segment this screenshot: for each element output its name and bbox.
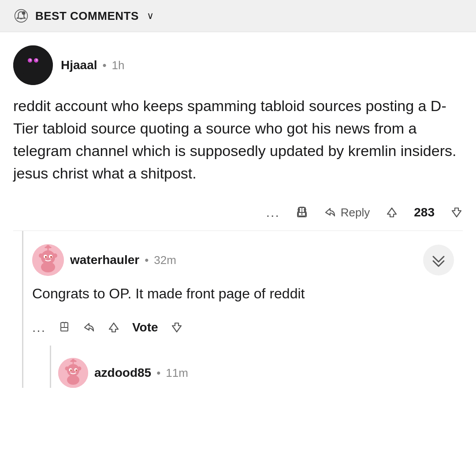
reply-section: waterhauler • 32m Congrats to OP. It mad… — [22, 231, 476, 388]
reply-header: waterhauler • 32m — [32, 244, 463, 276]
comment-time: 1h — [112, 59, 125, 72]
dot-sep: • — [145, 253, 149, 267]
reply-username-time: waterhauler • 32m — [70, 253, 176, 267]
reply-time: 32m — [154, 253, 176, 267]
reply-button[interactable]: Reply — [324, 206, 370, 219]
reply-actions: ... — [32, 315, 463, 346]
sort-bar[interactable]: BEST COMMENTS ∨ — [0, 0, 476, 32]
downvote-button[interactable] — [450, 206, 463, 219]
nested-reply-section: azdood85 • 11m — [50, 346, 476, 388]
sort-icon — [13, 8, 29, 24]
svg-point-37 — [65, 367, 69, 371]
sort-label: BEST COMMENTS — [35, 9, 139, 23]
avatar — [13, 45, 53, 85]
comment-header: Hjaaal • 1h — [13, 45, 463, 85]
svg-point-28 — [50, 256, 52, 258]
svg-point-31 — [41, 262, 55, 272]
reply-avatar — [32, 244, 64, 276]
username-time: Hjaaal • 1h — [61, 58, 125, 72]
vote-count: 283 — [414, 205, 435, 219]
chevron-down-icon: ∨ — [147, 10, 154, 22]
svg-point-23 — [39, 253, 43, 258]
svg-rect-34 — [61, 327, 68, 331]
nested-avatar — [58, 358, 88, 388]
reply-body: Congrats to OP. It made front page of re… — [32, 283, 463, 304]
main-comment: Hjaaal • 1h reddit account who keeps spa… — [0, 32, 476, 231]
reply-comment: waterhauler • 32m Congrats to OP. It mad… — [23, 231, 476, 346]
collapse-button[interactable] — [423, 245, 454, 275]
reply-more-button[interactable]: ... — [32, 320, 46, 335]
reply-downvote-button[interactable] — [171, 321, 183, 334]
reply-label: Reply — [341, 206, 370, 219]
reply-award-button[interactable] — [58, 321, 71, 334]
svg-point-9 — [30, 59, 31, 61]
more-options-button[interactable]: ... — [266, 205, 280, 220]
comment-actions: ... Reply — [13, 198, 463, 231]
nested-comment: azdood85 • 11m — [51, 346, 476, 388]
svg-point-8 — [31, 49, 35, 53]
svg-point-27 — [45, 256, 47, 258]
svg-point-10 — [36, 59, 37, 61]
nested-username-time: azdood85 • 11m — [94, 366, 188, 380]
svg-point-41 — [70, 369, 72, 371]
comment-body: reddit account who keeps spamming tabloi… — [13, 95, 463, 185]
dot-separator: • — [103, 59, 107, 72]
svg-point-42 — [75, 369, 77, 371]
svg-point-45 — [67, 375, 79, 385]
svg-point-24 — [53, 253, 57, 258]
nested-dot: • — [156, 366, 160, 380]
nested-time: 11m — [166, 366, 188, 380]
reply-upvote-button[interactable] — [108, 321, 120, 334]
svg-point-1 — [22, 11, 26, 15]
reply-username[interactable]: waterhauler — [70, 253, 139, 267]
comment-username[interactable]: Hjaaal — [61, 58, 97, 72]
nested-username[interactable]: azdood85 — [94, 366, 151, 380]
nested-header: azdood85 • 11m — [58, 358, 467, 388]
award-button[interactable] — [296, 206, 308, 219]
reply-reply-button[interactable] — [83, 321, 95, 334]
svg-point-38 — [78, 367, 82, 371]
upvote-button[interactable] — [386, 206, 398, 219]
svg-point-36 — [67, 364, 79, 376]
reply-vote-label: Vote — [132, 320, 158, 335]
